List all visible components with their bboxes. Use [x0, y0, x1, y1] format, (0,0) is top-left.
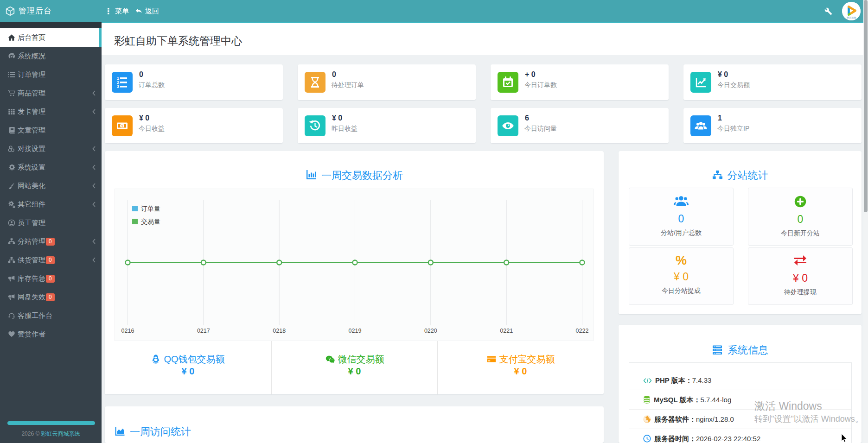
svg-text:0216: 0216	[121, 328, 134, 334]
svg-text:交易量: 交易量	[141, 218, 160, 225]
svg-text:0221: 0221	[500, 328, 513, 334]
svg-text:订单量: 订单量	[140, 205, 160, 212]
svg-text:0218: 0218	[273, 328, 286, 334]
svg-text:0220: 0220	[424, 328, 437, 334]
svg-text:1: 1	[121, 124, 123, 128]
svg-text:腾讯视频: 腾讯视频	[847, 16, 857, 19]
svg-text:3: 3	[117, 84, 119, 89]
svg-text:0217: 0217	[197, 328, 210, 334]
svg-text:0222: 0222	[576, 328, 589, 334]
svg-text:0219: 0219	[349, 328, 362, 334]
